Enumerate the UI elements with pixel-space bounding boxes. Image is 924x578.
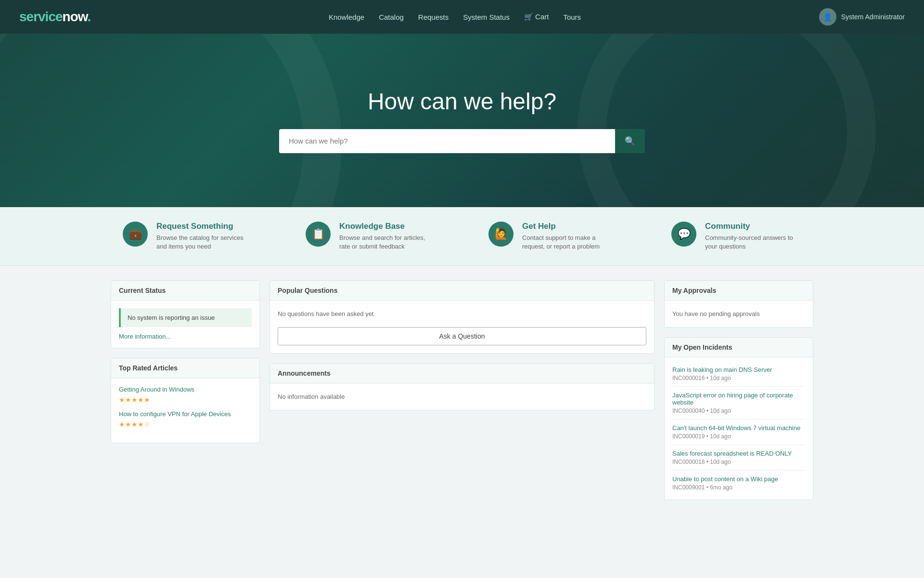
status-bar: No system is reporting an issue — [119, 308, 252, 327]
quick-link-community[interactable]: 💬 Community Community-sourced answers to… — [671, 222, 801, 251]
incident-title-1: JavaScript error on hiring page of corpo… — [672, 392, 805, 406]
request-desc: Browse the catalog for services and item… — [156, 234, 253, 251]
incident-meta-1: INC0000040 • 10d ago — [672, 407, 805, 414]
knowledge-icon: 📋 — [306, 222, 331, 247]
navbar: servicenow. Knowledge Catalog Requests S… — [0, 0, 924, 34]
incident-meta-2: INC0000019 • 10d ago — [672, 433, 805, 440]
status-text: No system is reporting an issue — [128, 314, 215, 321]
my-approvals-panel: My Approvals You have no pending approva… — [664, 280, 813, 328]
right-column: My Approvals You have no pending approva… — [664, 280, 813, 500]
incident-meta-4: INC0009001 • 6mo ago — [672, 484, 805, 491]
incident-meta-0: INC0000016 • 10d ago — [672, 375, 805, 381]
help-title: Get Help — [522, 222, 618, 231]
incident-title-2: Can't launch 64-bit Windows 7 virtual ma… — [672, 424, 805, 432]
no-questions-text: No questions have been asked yet — [278, 308, 646, 319]
article-stars-0: ★★★★★ — [119, 396, 252, 404]
avatar: 👤 — [819, 8, 836, 26]
community-title: Community — [705, 222, 801, 231]
popular-questions-panel: Popular Questions No questions have been… — [270, 280, 654, 354]
main-content: Current Status No system is reporting an… — [0, 266, 924, 514]
announcements-panel: Announcements No information available — [270, 363, 654, 410]
hero-title: How can we help? — [368, 88, 556, 115]
nav-knowledge[interactable]: Knowledge — [329, 13, 364, 21]
more-info-link[interactable]: More information... — [119, 333, 252, 340]
popular-questions-header: Popular Questions — [270, 281, 654, 301]
incident-item-3[interactable]: Sales forecast spreadsheet is READ ONLY … — [672, 445, 805, 471]
logo[interactable]: servicenow. — [19, 9, 90, 25]
incident-item-0[interactable]: Rain is leaking on main DNS Server INC00… — [672, 361, 805, 387]
incident-item-2[interactable]: Can't launch 64-bit Windows 7 virtual ma… — [672, 420, 805, 445]
announcements-header: Announcements — [270, 364, 654, 383]
user-menu[interactable]: 👤 System Administrator — [819, 8, 905, 26]
middle-column: Popular Questions No questions have been… — [270, 280, 654, 500]
community-desc: Community-sourced answers to your questi… — [705, 234, 801, 251]
help-desc: Contact support to make a request, or re… — [522, 234, 618, 251]
search-input[interactable] — [279, 129, 615, 153]
top-articles-header: Top Rated Articles — [111, 358, 259, 378]
knowledge-title: Knowledge Base — [339, 222, 436, 231]
user-name: System Administrator — [841, 13, 905, 21]
incident-title-0: Rain is leaking on main DNS Server — [672, 366, 805, 373]
request-title: Request Something — [156, 222, 253, 231]
incident-title-4: Unable to post content on a Wiki page — [672, 475, 805, 483]
nav-cart[interactable]: 🛒 Cart — [524, 13, 549, 21]
incident-title-3: Sales forecast spreadsheet is READ ONLY — [672, 450, 805, 457]
nav-catalog[interactable]: Catalog — [379, 13, 404, 21]
knowledge-desc: Browse and search for articles, rate or … — [339, 234, 436, 251]
hero-section: How can we help? 🔍 — [0, 34, 924, 207]
request-icon: 💼 — [123, 222, 148, 247]
nav-tours[interactable]: Tours — [563, 13, 581, 21]
help-icon: 🙋 — [488, 222, 513, 247]
current-status-header: Current Status — [111, 281, 259, 301]
no-approvals-text: You have no pending approvals — [672, 308, 805, 319]
nav-system-status[interactable]: System Status — [463, 13, 510, 21]
quick-link-knowledge[interactable]: 📋 Knowledge Base Browse and search for a… — [306, 222, 436, 251]
article-link-0[interactable]: Getting Around in Windows — [119, 386, 252, 393]
quick-link-request[interactable]: 💼 Request Something Browse the catalog f… — [123, 222, 253, 251]
no-info-text: No information available — [278, 391, 646, 402]
left-column: Current Status No system is reporting an… — [111, 280, 260, 500]
quick-link-help[interactable]: 🙋 Get Help Contact support to make a req… — [488, 222, 618, 251]
ask-question-button[interactable]: Ask a Question — [278, 327, 646, 345]
my-approvals-header: My Approvals — [665, 281, 813, 301]
top-articles-panel: Top Rated Articles Getting Around in Win… — [111, 358, 260, 443]
my-open-incidents-panel: My Open Incidents Rain is leaking on mai… — [664, 337, 813, 500]
hero-search-bar: 🔍 — [279, 129, 645, 153]
incident-item-1[interactable]: JavaScript error on hiring page of corpo… — [672, 387, 805, 420]
article-stars-1: ★★★★☆ — [119, 420, 252, 428]
search-button[interactable]: 🔍 — [615, 129, 645, 153]
community-icon: 💬 — [671, 222, 696, 247]
incident-item-4[interactable]: Unable to post content on a Wiki page IN… — [672, 471, 805, 496]
article-link-1[interactable]: How to configure VPN for Apple Devices — [119, 410, 252, 418]
nav-links: Knowledge Catalog Requests System Status… — [329, 13, 581, 21]
nav-requests[interactable]: Requests — [418, 13, 449, 21]
my-open-incidents-header: My Open Incidents — [665, 338, 813, 357]
current-status-panel: Current Status No system is reporting an… — [111, 280, 260, 348]
quick-links-section: 💼 Request Something Browse the catalog f… — [0, 207, 924, 266]
incident-meta-3: INC0000018 • 10d ago — [672, 459, 805, 465]
